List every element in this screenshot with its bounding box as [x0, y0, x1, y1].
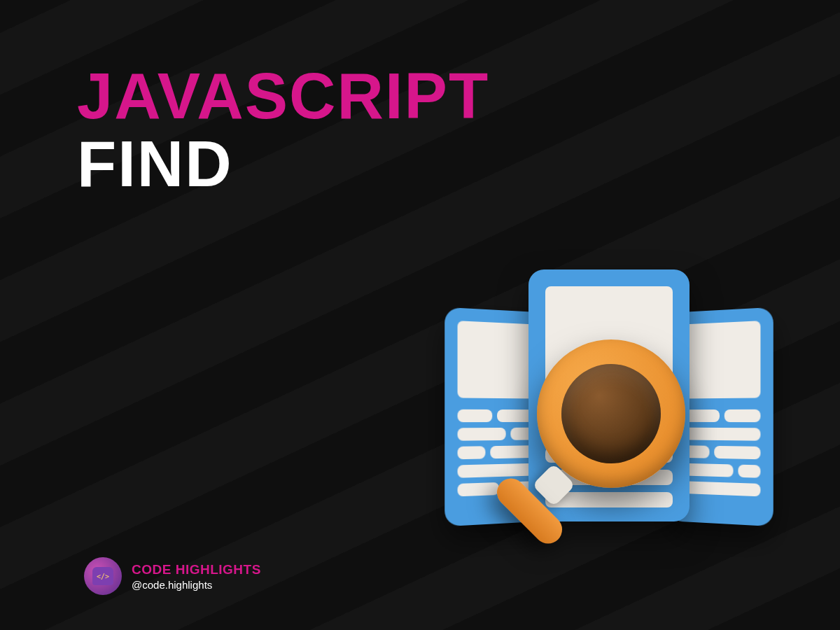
brand-handle: @code.highlights — [132, 579, 261, 591]
avatar-glyph: </> — [92, 567, 113, 585]
brand-badge: </> CODE HIGHLIGHTS @code.highlights — [84, 557, 261, 595]
title-line-2: FIND — [77, 127, 489, 201]
magnifying-glass-icon — [502, 340, 712, 564]
title-line-1: JAVASCRIPT — [77, 59, 489, 133]
search-documents-icon — [444, 255, 774, 564]
hero-card: JAVASCRIPT FIND — [0, 0, 840, 630]
brand-name: CODE HIGHLIGHTS — [132, 562, 261, 578]
avatar: </> — [84, 557, 122, 595]
page-title: JAVASCRIPT FIND — [77, 59, 489, 201]
